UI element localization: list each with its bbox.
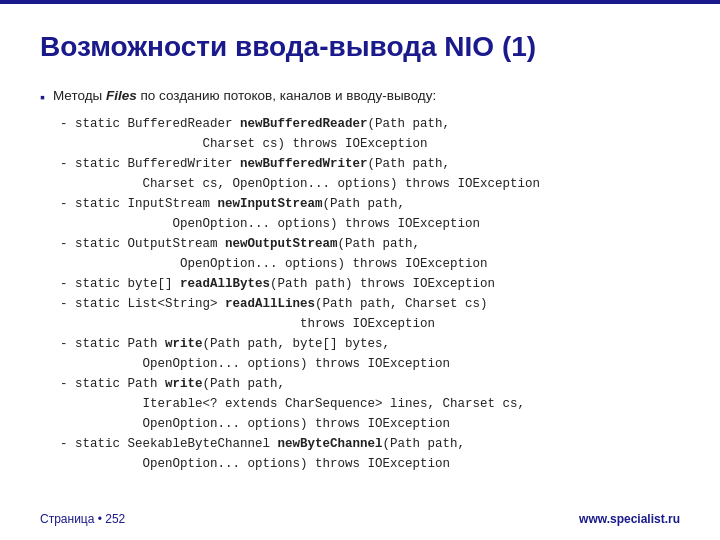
code-text: static byte[] readAllBytes(Path path) th… (75, 274, 495, 294)
code-dash: - (60, 154, 75, 174)
code-line: - static BufferedWriter newBufferedWrite… (60, 154, 680, 174)
code-line: OpenOption... options) throws IOExceptio… (60, 254, 680, 274)
slide-content: ▪ Методы Files по созданию потоков, кана… (40, 86, 680, 475)
code-dash: - (60, 294, 75, 314)
slide: Возможности ввода-вывода NIO (1) ▪ Метод… (0, 0, 720, 540)
code-text: Charset cs, OpenOption... options) throw… (75, 174, 540, 194)
code-line: - static InputStream newInputStream(Path… (60, 194, 680, 214)
code-text: OpenOption... options) throws IOExceptio… (75, 354, 450, 374)
code-line: Iterable<? extends CharSequence> lines, … (60, 394, 680, 414)
footer-page: Страница • 252 (40, 512, 125, 526)
code-line: Charset cs) throws IOException (60, 134, 680, 154)
code-line: - static Path write(Path path, byte[] by… (60, 334, 680, 354)
code-text: OpenOption... options) throws IOExceptio… (75, 454, 450, 474)
code-text: Iterable<? extends CharSequence> lines, … (75, 394, 525, 414)
code-text: OpenOption... options) throws IOExceptio… (75, 214, 480, 234)
code-text: static List<String> readAllLines(Path pa… (75, 294, 488, 314)
code-dash: - (60, 114, 75, 134)
code-line: - static byte[] readAllBytes(Path path) … (60, 274, 680, 294)
code-dash: - (60, 194, 75, 214)
code-line: - static BufferedReader newBufferedReade… (60, 114, 680, 134)
code-text: OpenOption... options) throws IOExceptio… (75, 254, 488, 274)
code-line: OpenOption... options) throws IOExceptio… (60, 354, 680, 374)
intro-bullet: ▪ Методы Files по созданию потоков, кана… (40, 86, 680, 109)
code-text: static Path write(Path path, byte[] byte… (75, 334, 390, 354)
code-text: static Path write(Path path, (75, 374, 285, 394)
code-line: - static Path write(Path path, (60, 374, 680, 394)
code-dash: - (60, 234, 75, 254)
code-line: - static OutputStream newOutputStream(Pa… (60, 234, 680, 254)
code-line: Charset cs, OpenOption... options) throw… (60, 174, 680, 194)
code-dash: - (60, 274, 75, 294)
code-text: static InputStream newInputStream(Path p… (75, 194, 405, 214)
code-line: OpenOption... options) throws IOExceptio… (60, 454, 680, 474)
code-text: Charset cs) throws IOException (75, 134, 428, 154)
code-text: OpenOption... options) throws IOExceptio… (75, 414, 450, 434)
footer-site: www.specialist.ru (579, 512, 680, 526)
code-text: static BufferedReader newBufferedReader(… (75, 114, 450, 134)
code-dash: - (60, 374, 75, 394)
code-line: - static List<String> readAllLines(Path … (60, 294, 680, 314)
code-line: OpenOption... options) throws IOExceptio… (60, 214, 680, 234)
intro-text: Методы Files по созданию потоков, канало… (53, 86, 436, 107)
code-text: throws IOException (75, 314, 435, 334)
code-line: - static SeekableByteChannel newByteChan… (60, 434, 680, 454)
code-line: throws IOException (60, 314, 680, 334)
slide-title: Возможности ввода-вывода NIO (1) (40, 30, 680, 64)
code-text: static BufferedWriter newBufferedWriter(… (75, 154, 450, 174)
top-border (0, 0, 720, 4)
code-line: OpenOption... options) throws IOExceptio… (60, 414, 680, 434)
code-text: static SeekableByteChannel newByteChanne… (75, 434, 465, 454)
code-dash: - (60, 334, 75, 354)
code-dash: - (60, 434, 75, 454)
code-block: - static BufferedReader newBufferedReade… (60, 114, 680, 474)
code-text: static OutputStream newOutputStream(Path… (75, 234, 420, 254)
bullet-icon: ▪ (40, 87, 45, 109)
